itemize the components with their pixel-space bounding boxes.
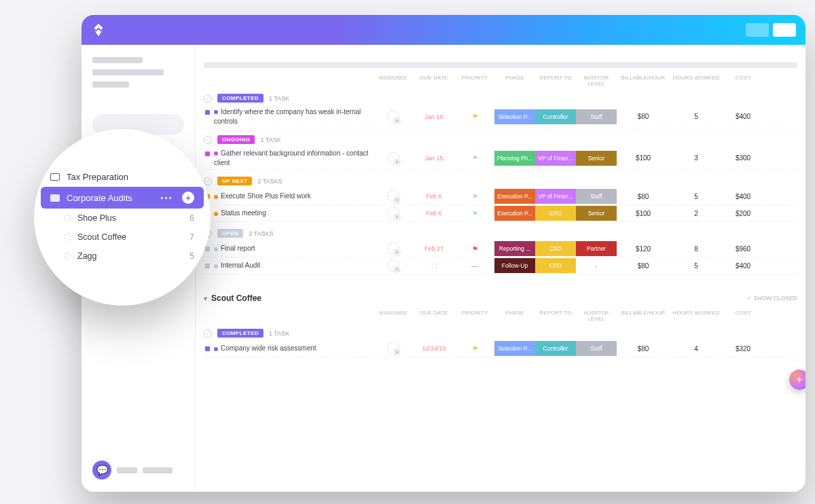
collapse-icon[interactable]: ✓ [204,94,212,103]
assignee-avatar[interactable] [387,259,399,272]
show-closed-toggle[interactable]: ✓ SHOW CLOSED [746,295,797,302]
more-icon[interactable] [161,197,171,199]
folder-tax-preparation[interactable]: Tax Preparation [41,167,204,187]
group-header[interactable]: ✓ OPEN 2 TASKS [204,229,797,238]
placeholder-line [117,467,137,473]
placeholder-line [143,467,173,473]
placeholder-line [92,69,164,75]
column-headers: ASSIGNEEDUE DATE PRIORITYPHASE REPORT TO… [204,310,797,322]
group-header[interactable]: ✓ ONGOING 1 TASK [204,135,797,144]
group-header[interactable]: ✓ COMPLETED 1 TASK [204,94,797,103]
folder-popover: Tax Preparation Corporate Audits + Shoe … [34,129,211,306]
task-row[interactable]: Status meeting Feb 6 ⚑ Execution P... CF… [204,205,797,222]
app-logo-icon [91,22,106,37]
list-icon [64,215,71,221]
list-item[interactable]: Scout Coffee7 [41,228,204,247]
placeholder-bar [204,62,797,68]
add-list-button[interactable]: + [182,192,194,204]
assignee-avatar[interactable] [387,152,399,164]
chat-icon[interactable]: 💬 [92,461,111,480]
section-title[interactable]: Scout Coffee ✓ SHOW CLOSED [204,293,797,303]
group-header[interactable]: ✓ COMPLETED 1 TASK [204,329,797,338]
topbar [82,15,805,45]
assignee-avatar[interactable] [387,207,399,219]
list-item[interactable]: Shoe Plus6 [41,209,204,228]
column-headers: ASSIGNEEDUE DATE PRIORITYPHASE REPORT TO… [204,75,797,87]
assignee-avatar[interactable] [387,242,399,255]
window-button-b[interactable] [773,23,796,37]
task-row[interactable]: Gather relevant background information -… [204,147,797,170]
window-button-a[interactable] [746,23,769,37]
add-fab-button[interactable]: + [789,370,805,390]
collapse-icon[interactable]: ✓ [204,177,212,185]
group-header[interactable]: ✓ UP NEXT 2 TASKS [204,177,797,185]
folder-icon [50,194,60,202]
task-row[interactable]: Final report Feb 27 ⚑ Reporting ... CEO … [204,240,797,257]
assignee-avatar[interactable] [387,111,399,123]
main-content: ASSIGNEEDUE DATE PRIORITYPHASE REPORT TO… [196,45,805,492]
task-row[interactable]: Execute Shoe Plus Field work Feb 6 ⚑ Exe… [204,188,797,205]
list-item[interactable]: Zagg5 [41,247,204,266]
list-icon [64,253,71,259]
collapse-icon[interactable]: ✓ [204,136,212,144]
placeholder-line [92,82,129,88]
assignee-avatar[interactable] [387,190,399,202]
assignee-avatar[interactable] [387,342,399,355]
placeholder-line [92,57,143,63]
list-icon [64,234,71,240]
task-row[interactable]: Identify where the company has weak in-t… [204,105,797,128]
task-row[interactable]: Internal Audit ▢ — Follow-Up CEO - $805$… [204,257,797,274]
collapse-icon[interactable]: ✓ [204,329,212,338]
task-row[interactable]: Company wide risk assessment 12/24/19 ⚑ … [204,340,797,357]
folder-corporate-audits[interactable]: Corporate Audits + [41,187,204,209]
folder-icon [50,173,60,181]
